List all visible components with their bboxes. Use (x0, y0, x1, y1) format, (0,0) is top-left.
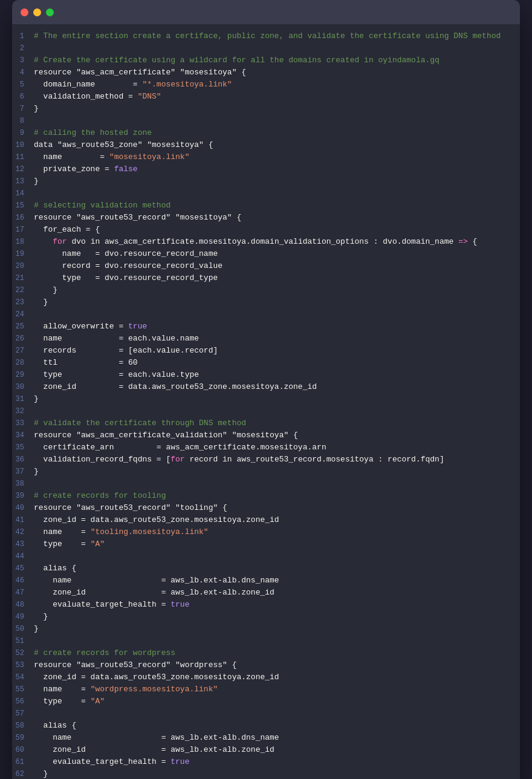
token: dvo in aws_acm_certificate.mosesitoya.do… (67, 237, 459, 246)
line-content (34, 115, 39, 127)
line-number: 49 (12, 611, 34, 623)
code-line: 3# Create the certificate using a wildca… (12, 54, 520, 67)
token: "DNS" (138, 92, 161, 101)
token: record = dvo.resource_record_value (34, 261, 222, 270)
code-line: 53resource "aws_route53_record" "wordpre… (12, 659, 520, 671)
line-number: 38 (12, 478, 34, 490)
code-line: 42 name = "tooling.mosesitoya.link" (12, 526, 520, 538)
code-editor: 1# The entire section create a certiface… (12, 24, 520, 779)
line-content (34, 550, 39, 562)
line-number: 15 (12, 200, 34, 212)
token: name = (34, 527, 91, 536)
token: "wordpress.mosesitoya.link" (91, 685, 218, 694)
token: # create records for tooling (34, 491, 166, 500)
token: true (170, 600, 189, 609)
line-number: 26 (12, 333, 34, 345)
token: name = (34, 152, 109, 161)
line-content: name = dvo.resource_record_name (34, 248, 218, 260)
line-number: 55 (12, 683, 34, 696)
line-number: 31 (12, 393, 34, 405)
line-number: 18 (12, 236, 34, 248)
token: => (458, 237, 468, 246)
code-line: 41 zone_id = data.aws_route53_zone.moses… (12, 514, 520, 526)
token: } (34, 298, 48, 307)
line-content: records = [each.value.record] (34, 345, 218, 357)
code-line: 50} (12, 623, 520, 635)
token: type = (34, 697, 91, 706)
token: evaluate_target_health = (34, 757, 170, 766)
line-number: 41 (12, 514, 34, 526)
code-line: 45 alias { (12, 562, 520, 575)
line-number: 56 (12, 696, 34, 708)
code-line: 29 type = each.value.type (12, 369, 520, 381)
line-number: 10 (12, 139, 34, 151)
line-number: 52 (12, 647, 34, 659)
token: "*.mosesitoya.link" (142, 80, 232, 89)
code-line: 28 ttl = 60 (12, 357, 520, 369)
token: } (34, 612, 48, 621)
code-line: 2 (12, 42, 520, 54)
code-line: 25 allow_overwrite = true (12, 321, 520, 333)
line-content: } (34, 175, 39, 187)
maximize-button[interactable] (46, 8, 54, 16)
line-number: 13 (12, 175, 34, 187)
line-number: 42 (12, 526, 34, 538)
code-line: 17 for_each = { (12, 224, 520, 236)
line-number: 61 (12, 756, 34, 768)
token: data "aws_route53_zone" "mosesitoya" { (34, 140, 213, 149)
code-line: 48 evaluate_target_health = true (12, 599, 520, 611)
token: } (34, 769, 48, 778)
code-line: 37} (12, 466, 520, 478)
token: true (170, 757, 189, 766)
line-number: 29 (12, 369, 34, 381)
token: records = [each.value.record] (34, 346, 218, 355)
token: ttl = 60 (34, 358, 138, 367)
token: "tooling.mosesitoya.link" (91, 527, 209, 536)
token: type = dvo.resource_record_type (34, 273, 218, 282)
token: name = (34, 685, 91, 694)
line-content: allow_overwrite = true (34, 321, 147, 333)
line-number: 24 (12, 308, 34, 321)
token: for (170, 455, 184, 464)
line-content: resource "aws_route53_record" "wordpress… (34, 659, 236, 671)
token: name = each.value.name (34, 334, 199, 343)
code-line: 35 certificate_arn = aws_acm_certificate… (12, 442, 520, 454)
line-number: 54 (12, 671, 34, 683)
line-content: } (34, 393, 39, 405)
line-content: name = each.value.name (34, 333, 199, 345)
close-button[interactable] (21, 8, 28, 16)
line-number: 7 (12, 103, 34, 115)
line-content: evaluate_target_health = true (34, 756, 189, 768)
line-content: name = "tooling.mosesitoya.link" (34, 526, 209, 538)
line-number: 6 (12, 91, 34, 103)
code-line: 52# create records for wordpress (12, 647, 520, 659)
code-line: 38 (12, 478, 520, 490)
code-line: 11 name = "mosesitoya.link" (12, 151, 520, 163)
code-line: 1# The entire section create a certiface… (12, 30, 520, 42)
line-number: 1 (12, 30, 34, 42)
line-content: for dvo in aws_acm_certificate.mosesitoy… (34, 236, 477, 248)
line-content: ttl = 60 (34, 357, 138, 369)
code-line: 14 (12, 187, 520, 200)
code-line: 27 records = [each.value.record] (12, 345, 520, 357)
token: zone_id = aws_lb.ext-alb.zone_id (34, 588, 274, 597)
code-line: 62 } (12, 768, 520, 779)
minimize-button[interactable] (33, 8, 41, 16)
token: type = (34, 539, 91, 549)
line-content: certificate_arn = aws_acm_certificate.mo… (34, 442, 326, 454)
line-number: 57 (12, 708, 34, 720)
line-number: 19 (12, 248, 34, 260)
line-content: resource "aws_route53_record" "mosesitoy… (34, 212, 241, 224)
line-content: for_each = { (34, 224, 100, 236)
line-number: 51 (12, 635, 34, 647)
token: name = aws_lb.ext-alb.dns_name (34, 576, 279, 585)
line-number: 58 (12, 720, 34, 732)
line-content: type = "A" (34, 696, 105, 708)
token: allow_overwrite = (34, 322, 128, 331)
code-line: 6 validation_method = "DNS" (12, 91, 520, 103)
token: resource "aws_acm_certificate_validation… (34, 431, 298, 440)
line-number: 36 (12, 454, 34, 466)
token: certificate_arn = aws_acm_certificate.mo… (34, 443, 326, 452)
line-content (34, 42, 39, 54)
token: zone_id = data.aws_route53_zone.mosesito… (34, 515, 279, 524)
